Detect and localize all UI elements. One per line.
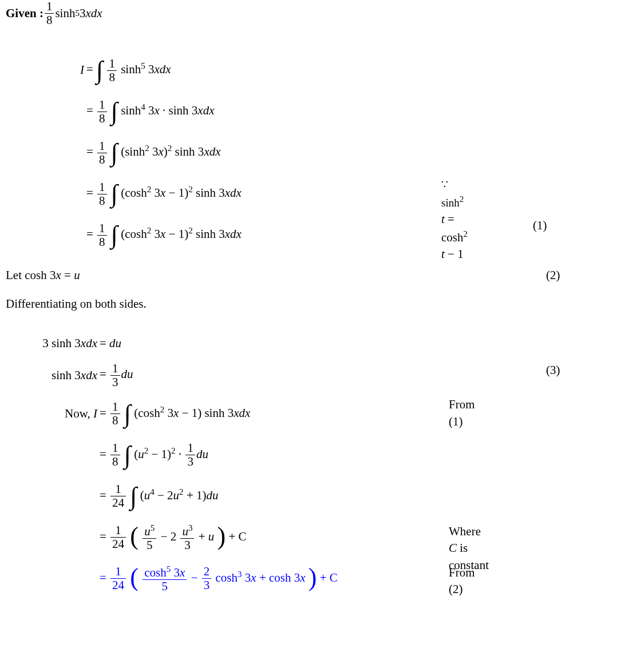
justification-note: ∵ sinh2 t = cosh2 t − 1	[441, 176, 468, 263]
equation-row: Now, I = 18 ∫ (cosh2 3x − 1) sinh 3xdx F…	[6, 393, 338, 435]
equation-row: = 124 ∫ (u4 − 2u2 + 1)du	[6, 476, 338, 517]
integral-icon: ∫	[111, 176, 118, 212]
differentiation-text: Differentiating on both sides.	[6, 296, 615, 312]
equation-row: 3 sinh 3xdx = du	[6, 329, 338, 358]
derivation-block-1: I = ∫ 18 sinh5 3xdx = 18 ∫ sinh4 3x · si…	[6, 50, 615, 256]
equation-row: = 124 ( u55 − 2 u33 + u ) + C Where C is…	[6, 517, 338, 558]
given-label: Given :	[6, 5, 43, 22]
integral-icon: ∫	[124, 438, 131, 473]
integral-icon: ∫	[111, 94, 118, 129]
given-line: Given : 1 8 sinh5 3xdx	[6, 0, 615, 27]
equation-number: (1)	[533, 217, 547, 234]
math-document: Given : 1 8 sinh5 3xdx I = ∫ 18 sinh5 3x…	[0, 0, 621, 599]
equation-row: = 18 ∫ (sinh2 3x)2 sinh 3xdx	[80, 132, 242, 173]
derivation-block-2: 3 sinh 3xdx = du sinh 3xdx = 13du (3)	[6, 329, 615, 599]
integral-icon: ∫	[111, 135, 118, 170]
equation-row: = 18 ∫ (cosh2 3x − 1)2 sinh 3xdx ∵ sinh2…	[80, 173, 242, 214]
reference-note: From (1)	[449, 396, 475, 430]
final-answer-row: = 124 ( cosh5 3x5 − 23 cosh3 3x + cosh 3…	[6, 558, 338, 599]
integral-icon: ∫	[124, 396, 131, 432]
equation-row: = 18 ∫ (u2 − 1)2 · 13du	[6, 435, 338, 476]
equation-row: = 18 ∫ (cosh2 3x − 1)2 sinh 3xdx (1)	[80, 214, 242, 256]
reference-note: From (2)	[449, 564, 475, 598]
equation-number: (3)	[546, 362, 560, 379]
equation-number: (2)	[546, 267, 560, 284]
equation-row: sinh 3xdx = 13du (3)	[6, 358, 338, 393]
final-answer: = 124 ( cosh5 3x5 − 23 cosh3 3x + cosh 3…	[100, 571, 338, 584]
integral-icon: ∫	[130, 479, 137, 514]
equation-row: = 18 ∫ sinh4 3x · sinh 3xdx	[80, 91, 242, 132]
integral-icon: ∫	[96, 53, 103, 88]
fraction: 1 8	[45, 0, 54, 27]
integral-icon: ∫	[111, 217, 118, 253]
substitution-line: Let cosh 3x = u (2)	[6, 267, 615, 284]
equation-row: I = ∫ 18 sinh5 3xdx	[80, 50, 242, 91]
